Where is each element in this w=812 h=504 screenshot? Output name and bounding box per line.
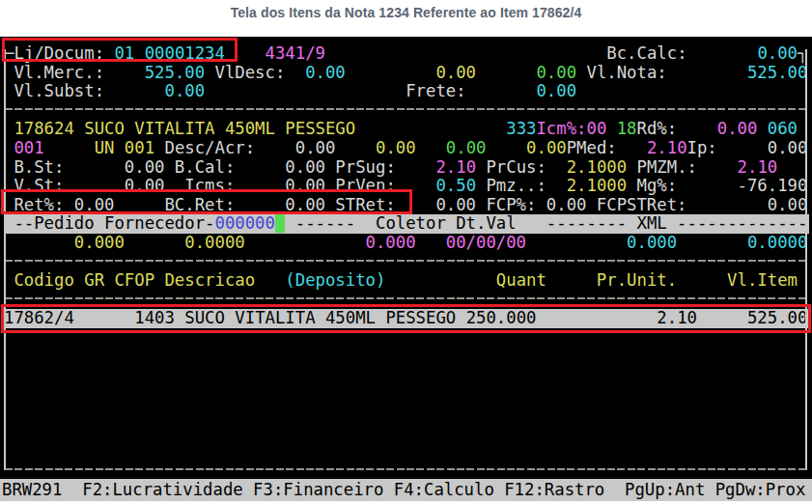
box-border-bottom xyxy=(5,468,806,470)
vl-nota-value: 525.00 xyxy=(667,63,808,82)
pmz-value: 2.1000 xyxy=(546,176,627,195)
cursor-block xyxy=(275,213,285,233)
b-cal-label: B.Cal: xyxy=(164,157,235,177)
desc-acr-value4: 0.00 xyxy=(486,138,566,157)
highlight-ret-row xyxy=(1,189,412,214)
pmz-label: Pmz..: xyxy=(476,176,546,195)
row-vl-subst: Vl.Subst: 0.00 Frete: 0.00 xyxy=(4,82,809,101)
desc-acr-value2: 0.00 xyxy=(335,138,415,157)
vl-desc-value: 0.00 xyxy=(285,63,345,82)
pr-sug-value: 2.10 xyxy=(396,157,476,177)
rd-pct-label: Rd%: xyxy=(637,119,678,138)
table-header-deposito: (Deposito) xyxy=(255,270,385,290)
row-pedido-fornecedor: --Pedido Fornecedor-000000 ------ Coleto… xyxy=(4,214,809,234)
icm-18: 18 xyxy=(617,119,637,138)
pr-cus-value: 2.1000 xyxy=(546,157,627,177)
row-pedido-values: 0.000 0.0000 0.000 00/00/00 0.000 0.0000 xyxy=(4,234,809,253)
code-333: 333 xyxy=(506,119,536,138)
terminal-rows: ─Lj/Docum: 01 00001234 4341/9 Bc.Calc: 0… xyxy=(0,37,812,479)
highlight-item-row xyxy=(1,304,811,333)
box-border-left xyxy=(4,49,6,470)
coletor-dtval-xml-labels: Coletor Dt.Val -------- XML ------------… xyxy=(376,213,807,233)
docum-serie-value: 4341/9 xyxy=(266,43,325,63)
text-segment xyxy=(355,119,506,138)
text-segment xyxy=(757,119,767,138)
row-item-un-desc: 001 UN 001 Desc/Acr: 0.00 0.00 0.00 0.00… xyxy=(4,139,809,158)
text-segment xyxy=(205,81,406,100)
highlight-lj-docum xyxy=(2,38,238,62)
bc-calc-value: 0.00 xyxy=(757,43,798,63)
pr-cus-label: PrCus: xyxy=(476,157,546,177)
divider-above-table-header xyxy=(5,260,807,262)
mg-pct-value: -76.190 xyxy=(677,176,807,195)
row-vl-merc: Vl.Merc.: 525.00 VlDesc: 0.00 0.00 0.00 … xyxy=(4,64,809,83)
pmzm-label: PMZM.: xyxy=(627,157,697,177)
code-060: 060 xyxy=(768,119,798,138)
table-header-left: Codigo GR CFOP Descricao xyxy=(4,270,255,290)
b-st-field: B.St: 0.00 xyxy=(4,157,164,177)
table-header-right: Quant Pr.Unit. Vl.Item xyxy=(385,270,807,290)
pedido-fornecedor-label: --Pedido Fornecedor- xyxy=(4,213,215,233)
vl-subst-value: 0.00 xyxy=(104,81,205,100)
pedido-values-yellow: 0.000 0.0000 xyxy=(4,233,245,252)
item-seq: 001 xyxy=(4,138,44,157)
bc-calc-label: Bc.Calc: xyxy=(606,43,686,63)
item-un: UN 001 xyxy=(95,138,154,157)
desc-acr-value1: 0.00 xyxy=(255,138,335,157)
vl-merc-value: 525.00 xyxy=(104,63,205,82)
text-segment xyxy=(687,43,758,63)
desc3-value: 0.00 xyxy=(476,63,576,82)
page: Tela dos Itens da Nota 1234 Referente ao… xyxy=(0,0,812,504)
frete-value: 0.00 xyxy=(466,81,576,100)
frete-label: Frete: xyxy=(406,81,465,100)
ip-value: 0.00 xyxy=(717,138,808,157)
text-segment xyxy=(777,157,807,177)
xml-values: 0.000 0.0000 xyxy=(526,233,807,252)
vl-subst-label: Vl.Subst: xyxy=(4,81,104,100)
row-b-st: B.St: 0.00 B.Cal: 0.00 PrSug: 2.10 PrCus… xyxy=(4,158,809,178)
desc-acr-value3: 0.00 xyxy=(416,138,487,157)
status-bar: BRW291 F2:Lucratividade F3:Financeiro F4… xyxy=(0,479,812,501)
text-segment xyxy=(44,138,95,157)
terminal-screen[interactable]: ─Lj/Docum: 01 00001234 4341/9 Bc.Calc: 0… xyxy=(0,37,812,479)
divider-top-section xyxy=(5,108,807,110)
text-segment: ------ xyxy=(285,213,376,233)
row-table-header: Codigo GR CFOP Descricao (Deposito) Quan… xyxy=(4,271,809,291)
vl-desc-label: VlDesc: xyxy=(205,63,285,82)
pmed-value: 2.10 xyxy=(617,138,687,157)
desc2-value: 0.00 xyxy=(346,63,476,82)
text-segment xyxy=(606,119,616,138)
page-title: Tela dos Itens da Nota 1234 Referente ao… xyxy=(0,5,812,20)
text-segment xyxy=(576,81,807,100)
icm-pct: Icm%:00 xyxy=(536,119,606,138)
text-segment xyxy=(677,119,717,138)
pmzm-value: 2.10 xyxy=(697,157,777,177)
desc-acr-label: Desc/Acr: xyxy=(154,138,255,157)
vl-nota-label: Vl.Nota: xyxy=(576,63,667,82)
coletor-dtval-values: 0.000 00/00/00 xyxy=(245,233,526,252)
box-border-right xyxy=(805,49,807,470)
mg-pct-label: Mg%: xyxy=(627,176,677,195)
rd-pct-value: 0.00 xyxy=(717,119,758,138)
text-segment xyxy=(325,43,606,63)
divider-below-table-header xyxy=(5,297,807,299)
pedido-fornecedor-value: 000000 xyxy=(215,213,275,233)
row-item-info: 178624 SUCO VITALITA 450ML PESSEGO 333Ic… xyxy=(4,120,809,139)
vl-merc-label: Vl.Merc.: xyxy=(4,63,104,82)
pmed-label: PMed: xyxy=(567,138,617,157)
item-code-description: 178624 SUCO VITALITA 450ML PESSEGO xyxy=(4,119,355,138)
b-cal-value: 0.00 xyxy=(235,157,325,177)
ip-label: Ip: xyxy=(687,138,717,157)
pr-sug-label: PrSug: xyxy=(325,157,396,177)
